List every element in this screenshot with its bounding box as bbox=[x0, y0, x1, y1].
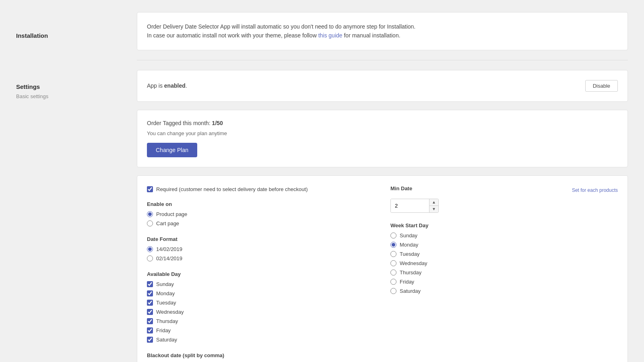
week-sunday-radio[interactable] bbox=[390, 232, 396, 239]
day-monday-checkbox[interactable] bbox=[147, 290, 153, 296]
week-friday-radio[interactable] bbox=[390, 279, 396, 285]
day-friday[interactable]: Friday bbox=[147, 327, 374, 333]
day-thursday[interactable]: Thursday bbox=[147, 318, 374, 324]
week-wednesday-radio[interactable] bbox=[390, 260, 396, 266]
min-date-label: Min Date bbox=[390, 185, 412, 191]
cart-page-label: Cart page bbox=[156, 220, 179, 226]
date-format-2-radio[interactable] bbox=[147, 255, 153, 261]
min-date-spinner: ▲ ▼ bbox=[429, 199, 438, 212]
date-format-1-radio[interactable] bbox=[147, 246, 153, 252]
week-start-day-label: Week Start Day bbox=[390, 222, 618, 228]
blackout-date-label: Blackout date (split by comma) bbox=[147, 352, 374, 358]
day-sunday[interactable]: Sunday bbox=[147, 281, 374, 287]
week-tuesday-option[interactable]: Tuesday bbox=[390, 251, 618, 257]
date-format-2-option[interactable]: 02/14/2019 bbox=[147, 255, 374, 261]
min-date-input[interactable] bbox=[391, 199, 429, 212]
date-format-label: Date Format bbox=[147, 236, 374, 242]
settings-form-card: Required (customer need to select delive… bbox=[137, 175, 628, 362]
disable-button[interactable]: Disable bbox=[585, 80, 618, 92]
enable-on-label: Enable on bbox=[147, 201, 374, 207]
week-thursday-radio[interactable] bbox=[390, 269, 396, 276]
installation-card: Order Delivery Date Selector App will in… bbox=[137, 12, 628, 50]
cart-page-option[interactable]: Cart page bbox=[147, 220, 374, 226]
day-saturday-checkbox[interactable] bbox=[147, 337, 153, 343]
product-page-option[interactable]: Product page bbox=[147, 211, 374, 217]
settings-section-title: Settings bbox=[16, 83, 121, 90]
installation-section-title: Installation bbox=[16, 32, 121, 39]
set-for-each-link[interactable]: Set for each products bbox=[572, 187, 618, 193]
product-page-label: Product page bbox=[156, 211, 187, 217]
date-format-radio-group: 14/02/2019 02/14/2019 bbox=[147, 246, 374, 261]
available-day-checkbox-group: Sunday Monday Tuesday bbox=[147, 281, 374, 343]
week-monday-radio[interactable] bbox=[390, 242, 396, 248]
order-tagged: Order Tagged this month: 1/50 bbox=[147, 120, 618, 126]
day-saturday[interactable]: Saturday bbox=[147, 337, 374, 343]
week-sunday-option[interactable]: Sunday bbox=[390, 232, 618, 239]
day-thursday-checkbox[interactable] bbox=[147, 318, 153, 324]
day-tuesday-checkbox[interactable] bbox=[147, 300, 153, 306]
installation-text: Order Delivery Date Selector App will in… bbox=[147, 22, 618, 40]
this-guide-link[interactable]: this guide bbox=[318, 32, 343, 39]
required-checkbox[interactable] bbox=[147, 186, 153, 192]
week-monday-option[interactable]: Monday bbox=[390, 242, 618, 248]
product-page-radio[interactable] bbox=[147, 211, 153, 217]
spinner-up-button[interactable]: ▲ bbox=[429, 199, 438, 206]
enable-on-radio-group: Product page Cart page bbox=[147, 211, 374, 226]
change-plan-button[interactable]: Change Plan bbox=[147, 143, 197, 157]
available-day-label: Available Day bbox=[147, 271, 374, 277]
week-start-day-radio-group: Sunday Monday Tuesday bbox=[390, 232, 618, 294]
change-plan-hint: You can change your plan anytime bbox=[147, 130, 618, 136]
week-wednesday-option[interactable]: Wednesday bbox=[390, 260, 618, 266]
spinner-down-button[interactable]: ▼ bbox=[429, 206, 438, 212]
day-monday[interactable]: Monday bbox=[147, 290, 374, 296]
cart-page-radio[interactable] bbox=[147, 220, 153, 226]
required-label: Required (customer need to select delive… bbox=[156, 185, 308, 193]
week-friday-option[interactable]: Friday bbox=[390, 279, 618, 285]
app-status-text: App is enabled. bbox=[147, 82, 187, 89]
day-friday-checkbox[interactable] bbox=[147, 327, 153, 333]
day-tuesday[interactable]: Tuesday bbox=[147, 300, 374, 306]
day-sunday-checkbox[interactable] bbox=[147, 281, 153, 287]
date-format-1-label: 14/02/2019 bbox=[156, 246, 182, 252]
day-wednesday[interactable]: Wednesday bbox=[147, 309, 374, 315]
date-format-1-option[interactable]: 14/02/2019 bbox=[147, 246, 374, 252]
settings-section-subtitle: Basic settings bbox=[16, 93, 121, 99]
week-thursday-option[interactable]: Thursday bbox=[390, 269, 618, 276]
date-format-2-label: 02/14/2019 bbox=[156, 255, 182, 261]
app-status-card: App is enabled. Disable bbox=[137, 70, 628, 102]
day-wednesday-checkbox[interactable] bbox=[147, 309, 153, 315]
week-saturday-option[interactable]: Saturday bbox=[390, 288, 618, 294]
plan-card: Order Tagged this month: 1/50 You can ch… bbox=[137, 110, 628, 167]
week-saturday-radio[interactable] bbox=[390, 288, 396, 294]
min-date-input-wrapper: ▲ ▼ bbox=[390, 199, 439, 213]
week-tuesday-radio[interactable] bbox=[390, 251, 396, 257]
